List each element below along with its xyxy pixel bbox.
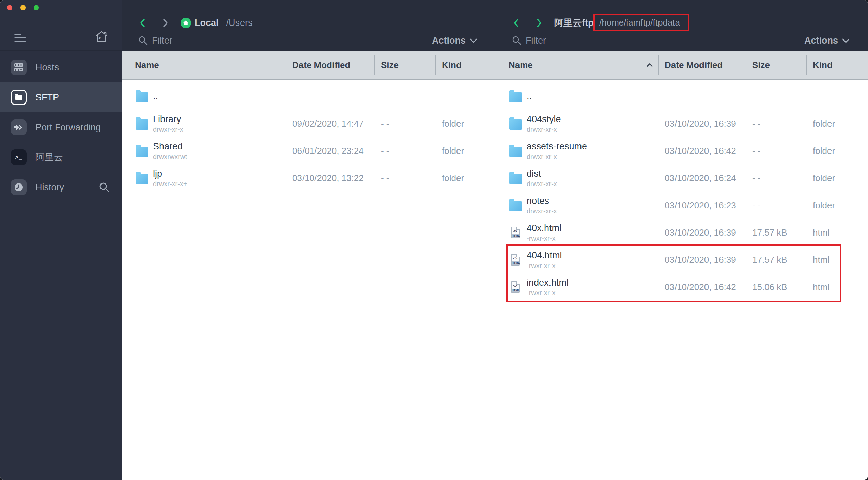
folder-icon <box>136 92 148 102</box>
html-file-icon: <> HTML <box>511 227 520 238</box>
column-header-date-modified[interactable]: Date Modified <box>286 51 374 79</box>
kind-cell: folder <box>806 173 868 183</box>
date-modified-cell: 03/10/2020, 16:39 <box>658 227 746 238</box>
sidebar-item-aliyun[interactable]: >_ 阿里云 <box>0 142 122 172</box>
column-header-size[interactable]: Size <box>374 51 435 79</box>
date-modified-cell: 03/10/2020, 16:39 <box>658 118 746 129</box>
size-cell: -- <box>374 173 435 183</box>
table-row[interactable]: notes drwxr-xr-x 03/10/2020, 16:23 -- fo… <box>496 192 868 219</box>
chevron-down-icon <box>470 38 477 43</box>
kind-cell: html <box>806 255 868 265</box>
port-forwarding-icon <box>11 119 27 135</box>
home-terminal-icon[interactable]: >_ <box>95 30 108 44</box>
local-actions-button[interactable]: Actions <box>432 35 477 46</box>
sidebar-item-label: 阿里云 <box>35 151 63 163</box>
back-icon[interactable] <box>513 18 519 28</box>
size-cell: -- <box>374 146 435 156</box>
sidebar-item-sftp[interactable]: SFTP <box>0 82 122 112</box>
folder-icon <box>136 174 148 184</box>
folder-icon <box>509 174 522 184</box>
local-nav-row: Local /Users <box>122 15 496 31</box>
forward-icon[interactable] <box>536 18 542 28</box>
kind-cell: html <box>806 282 868 292</box>
size-cell: 17.57 kB <box>746 255 806 265</box>
table-row[interactable]: 404style drwxr-xr-x 03/10/2020, 16:39 --… <box>496 110 868 137</box>
folder-icon <box>136 119 148 130</box>
kind-cell: folder <box>806 146 868 156</box>
chevron-down-icon <box>842 38 850 43</box>
remote-file-list: .. 404style drwxr-xr-x 03/10/2020, 16:39… <box>496 80 868 480</box>
filter-icon <box>512 36 522 45</box>
date-modified-cell: 03/10/2020, 16:42 <box>658 146 746 156</box>
local-file-list: .. Library drwxr-xr-x 09/02/2020, 14:47 … <box>122 80 496 480</box>
app-window: >_ Hosts SFTP <box>0 0 868 480</box>
close-window-button[interactable] <box>7 5 12 10</box>
hosts-icon <box>11 60 27 75</box>
sidebar-item-label: SFTP <box>35 92 59 103</box>
minimize-window-button[interactable] <box>20 5 26 10</box>
main-area: Local /Users Filter Actions Name Date Mo <box>122 0 868 480</box>
filter-icon <box>138 36 148 45</box>
sort-ascending-icon <box>647 63 653 67</box>
date-modified-cell: 03/10/2020, 16:39 <box>658 255 746 265</box>
table-row[interactable]: <> HTML 404.html -rwxr-xr-x 03/10/2020, … <box>496 246 868 273</box>
remote-toolbar: Filter Actions <box>496 33 868 48</box>
date-modified-cell: 03/10/2020, 16:42 <box>658 282 746 292</box>
table-row[interactable]: Library drwxr-xr-x 09/02/2020, 14:47 -- … <box>122 110 496 137</box>
size-cell: -- <box>746 200 806 211</box>
column-header-date-modified[interactable]: Date Modified <box>658 51 746 79</box>
kind-cell: folder <box>806 118 868 129</box>
size-cell: -- <box>746 173 806 183</box>
sidebar-item-hosts[interactable]: Hosts <box>0 52 122 82</box>
folder-icon <box>509 92 522 102</box>
sidebar-item-label: Hosts <box>35 62 59 73</box>
table-row-parent-dir[interactable]: .. <box>496 83 868 110</box>
html-file-icon: <> HTML <box>511 254 520 266</box>
remote-table-header: Name Date Modified Size Kind <box>496 51 868 80</box>
filter-input[interactable]: Filter <box>152 35 172 46</box>
size-cell: -- <box>374 118 435 129</box>
column-header-kind[interactable]: Kind <box>806 51 868 79</box>
sftp-icon <box>11 90 27 105</box>
back-icon[interactable] <box>140 18 145 28</box>
local-path[interactable]: /Users <box>226 18 253 28</box>
table-row-parent-dir[interactable]: .. <box>122 83 496 110</box>
html-file-icon: <> HTML <box>511 281 520 293</box>
kind-cell: folder <box>435 146 496 156</box>
column-header-name[interactable]: Name <box>122 51 286 79</box>
remote-path[interactable]: /home/iamftp/ftpdata <box>599 17 680 28</box>
table-row[interactable]: <> HTML 40x.html -rwxr-xr-x 03/10/2020, … <box>496 219 868 246</box>
table-row[interactable]: ljp drwxr-xr-x+ 03/10/2020, 13:22 -- fol… <box>122 164 496 192</box>
table-row[interactable]: assets-resume drwxr-xr-x 03/10/2020, 16:… <box>496 137 868 164</box>
size-cell: 17.57 kB <box>746 227 806 238</box>
table-row[interactable]: <> HTML index.html -rwxr-xr-x 03/10/2020… <box>496 273 868 301</box>
window-controls <box>7 5 39 10</box>
remote-actions-button[interactable]: Actions <box>804 35 850 46</box>
folder-icon <box>509 147 522 157</box>
sidebar-item-history[interactable]: History <box>0 172 122 202</box>
filter-input[interactable]: Filter <box>526 35 546 46</box>
annotation-box-path: /home/iamftp/ftpdata <box>593 14 689 31</box>
sidebar-item-port-forwarding[interactable]: Port Forwarding <box>0 112 122 142</box>
history-search-icon[interactable] <box>99 182 110 193</box>
folder-icon <box>509 119 522 130</box>
terminal-icon: >_ <box>11 149 27 165</box>
forward-icon[interactable] <box>162 18 168 28</box>
column-header-name[interactable]: Name <box>496 51 658 79</box>
table-row[interactable]: Shared drwxrwxrwt 06/01/2020, 23:24 -- f… <box>122 137 496 164</box>
remote-title: 阿里云ftp <box>554 17 593 29</box>
size-cell: -- <box>746 146 806 156</box>
kind-cell: folder <box>435 173 496 183</box>
column-header-kind[interactable]: Kind <box>435 51 496 79</box>
zoom-window-button[interactable] <box>34 5 39 10</box>
table-row[interactable]: dist drwxr-xr-x 03/10/2020, 16:24 -- fol… <box>496 164 868 192</box>
date-modified-cell: 06/01/2020, 23:24 <box>286 146 374 156</box>
date-modified-cell: 03/10/2020, 16:23 <box>658 200 746 211</box>
sidebar: >_ Hosts SFTP <box>0 0 122 480</box>
menu-icon[interactable] <box>14 34 26 45</box>
kind-cell: folder <box>435 118 496 129</box>
size-cell: 15.06 kB <box>746 282 806 292</box>
remote-panel: 阿里云ftp Filter Actions Name <box>496 0 868 480</box>
column-header-size[interactable]: Size <box>746 51 806 79</box>
size-cell: -- <box>746 118 806 129</box>
